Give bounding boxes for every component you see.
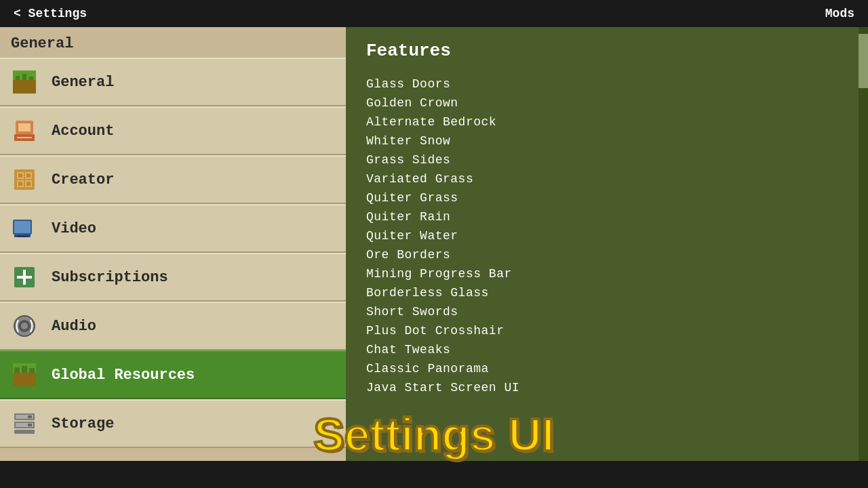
sidebar-item-audio[interactable]: Audio <box>0 302 346 350</box>
general-icon <box>11 68 38 96</box>
svg-rect-8 <box>17 137 32 138</box>
feature-item[interactable]: Quiter Water <box>366 226 848 245</box>
svg-rect-14 <box>18 174 22 178</box>
svg-rect-1 <box>13 80 36 94</box>
global-resources-label: Global Resources <box>52 367 195 384</box>
bottom-bar <box>0 461 868 488</box>
feature-item[interactable]: Plus Dot Crosshair <box>366 321 848 340</box>
svg-rect-32 <box>29 368 35 373</box>
svg-rect-21 <box>17 236 28 237</box>
svg-rect-16 <box>18 182 22 186</box>
svg-rect-24 <box>17 276 32 279</box>
svg-point-27 <box>21 323 28 329</box>
video-icon <box>11 215 38 242</box>
creator-icon <box>11 166 38 193</box>
svg-rect-2 <box>16 76 20 80</box>
feature-item[interactable]: Java Start Screen UI <box>366 378 848 397</box>
mods-label: Mods <box>825 7 854 20</box>
feature-item[interactable]: Whiter Snow <box>366 131 848 150</box>
svg-rect-29 <box>13 373 36 386</box>
global-resources-icon <box>11 361 38 388</box>
feature-item[interactable]: Short Swords <box>366 302 848 321</box>
feature-item[interactable]: Grass Sides <box>366 150 848 169</box>
svg-rect-35 <box>28 415 32 418</box>
svg-rect-3 <box>22 74 26 80</box>
feature-item[interactable]: Quiter Grass <box>366 188 848 207</box>
svg-rect-38 <box>28 424 32 426</box>
svg-rect-17 <box>26 182 31 186</box>
creator-label: Creator <box>52 171 114 188</box>
audio-icon <box>11 312 38 340</box>
content-area: Features Glass DoorsGolden CrownAlternat… <box>346 27 868 461</box>
account-label: Account <box>52 123 114 140</box>
feature-item[interactable]: Variated Grass <box>366 169 848 188</box>
sidebar-item-video[interactable]: Video <box>0 204 346 253</box>
feature-item[interactable]: Borderless Glass <box>366 283 848 302</box>
storage-label: Storage <box>52 415 114 432</box>
general-label: General <box>52 74 114 91</box>
sidebar: General General <box>0 27 346 461</box>
feature-item[interactable]: Alternate Bedrock <box>366 113 848 131</box>
mods-button[interactable]: Mods <box>825 7 854 20</box>
svg-rect-39 <box>14 430 35 434</box>
main-container: General General <box>0 27 868 461</box>
feature-item[interactable]: Quiter Rain <box>366 207 848 226</box>
back-button[interactable]: < Settings <box>14 7 87 20</box>
feature-item[interactable]: Classic Panorama <box>366 359 848 378</box>
top-bar: < Settings Mods <box>0 0 868 27</box>
audio-label: Audio <box>52 318 96 335</box>
features-title: Features <box>366 41 848 61</box>
feature-item[interactable]: Golden Crown <box>366 94 848 113</box>
sidebar-item-general[interactable]: General <box>0 58 346 106</box>
sidebar-item-global-resources[interactable]: Global Resources <box>0 350 346 399</box>
video-label: Video <box>52 220 96 237</box>
sidebar-header: General <box>0 27 346 58</box>
account-icon <box>11 117 38 144</box>
feature-item[interactable]: Chat Tweaks <box>366 340 848 359</box>
subscriptions-label: Subscriptions <box>52 269 168 286</box>
svg-rect-31 <box>22 366 27 373</box>
svg-rect-6 <box>18 123 31 131</box>
scrollbar[interactable] <box>859 27 868 461</box>
svg-rect-15 <box>26 174 31 178</box>
svg-rect-19 <box>14 221 31 233</box>
feature-item[interactable]: Mining Progress Bar <box>366 264 848 283</box>
svg-rect-4 <box>29 77 33 80</box>
features-list: Glass DoorsGolden CrownAlternate Bedrock… <box>366 75 848 397</box>
storage-icon <box>11 410 38 437</box>
svg-rect-30 <box>14 367 20 373</box>
sidebar-item-subscriptions[interactable]: Subscriptions <box>0 253 346 302</box>
feature-item[interactable]: Glass Doors <box>366 75 848 94</box>
feature-item[interactable]: Ore Borders <box>366 245 848 264</box>
subscriptions-icon <box>11 264 38 291</box>
sidebar-item-creator[interactable]: Creator <box>0 155 346 204</box>
sidebar-item-account[interactable]: Account <box>0 106 346 155</box>
scrollbar-thumb[interactable] <box>859 34 868 88</box>
sidebar-item-storage[interactable]: Storage <box>0 399 346 448</box>
back-label: < Settings <box>14 7 87 20</box>
